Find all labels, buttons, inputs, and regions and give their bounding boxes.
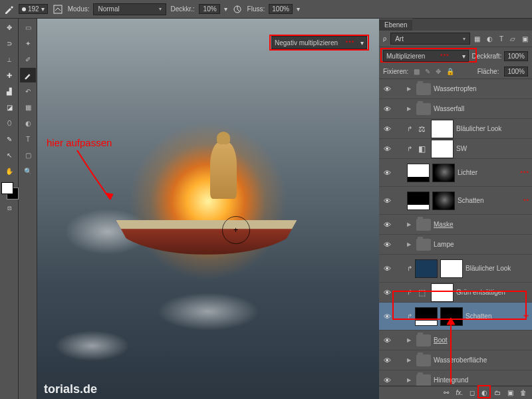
heal-tool[interactable]: ✚	[1, 68, 17, 82]
new-group-icon[interactable]: 🗀	[494, 389, 501, 396]
visibility-toggle[interactable]: 👁	[382, 169, 392, 177]
foreground-color[interactable]	[1, 182, 13, 194]
brush-size-picker[interactable]: 192 ▾	[19, 4, 48, 14]
pen-tool[interactable]: ✎	[1, 132, 17, 146]
layer-mask-thumb[interactable]	[432, 164, 455, 182]
layer-mask-thumb[interactable]	[440, 259, 463, 278]
layer-row[interactable]: 👁▶Wasserfall	[379, 99, 532, 119]
eyedropper-tool[interactable]: ✐	[20, 52, 36, 66]
visibility-toggle[interactable]: 👁	[382, 376, 392, 384]
visibility-toggle[interactable]: 👁	[382, 197, 392, 205]
layer-name[interactable]: SW	[456, 145, 529, 152]
move-tool[interactable]: ✥	[1, 20, 17, 35]
layer-name[interactable]: Bläulicher Look	[466, 265, 529, 272]
layer-name[interactable]: Wassertropfen	[434, 85, 529, 92]
quickmask-toggle[interactable]: ⊡	[1, 201, 17, 215]
hand-tool[interactable]: ✋	[1, 164, 17, 178]
visibility-toggle[interactable]: 👁	[382, 145, 392, 153]
filter-smart-icon[interactable]: ▣	[522, 35, 528, 43]
link-layers-icon[interactable]: ⚯	[444, 389, 449, 396]
eraser-tool[interactable]: ◪	[1, 100, 17, 114]
chevron-down-icon[interactable]: ▾	[224, 5, 227, 13]
layer-name[interactable]: Lampe	[434, 241, 529, 248]
chevron-down-icon[interactable]: ▾	[297, 5, 300, 13]
opacity-value[interactable]: 10%	[199, 4, 220, 14]
lock-transparency-icon[interactable]: ▩	[414, 68, 420, 75]
layer-blend-dropdown[interactable]: Multiplizieren *** ▾	[383, 50, 469, 62]
brush-panel-icon[interactable]	[52, 3, 64, 15]
layer-row[interactable]: 👁▶Wassertropfen	[379, 79, 532, 99]
visibility-toggle[interactable]: 👁	[382, 313, 392, 321]
visibility-toggle[interactable]: 👁	[382, 336, 392, 344]
lock-all-icon[interactable]: 🔒	[446, 68, 454, 75]
layer-row[interactable]: 👁↳Bläulicher Look	[379, 255, 532, 283]
fold-icon[interactable]: ▶	[407, 377, 414, 383]
visibility-toggle[interactable]: 👁	[382, 105, 392, 113]
layer-row[interactable]: 👁Schatten**	[379, 187, 532, 215]
brush-tool[interactable]	[20, 68, 36, 82]
layer-opacity-value[interactable]: 100%	[504, 51, 528, 61]
pressure-opacity-icon[interactable]	[231, 3, 243, 15]
crop-tool[interactable]: ⟂	[1, 52, 17, 66]
fold-icon[interactable]: ▶	[407, 221, 414, 227]
layer-name[interactable]: Maske	[434, 221, 529, 228]
gradient-tool[interactable]: ▦	[20, 100, 36, 114]
layer-thumb[interactable]	[407, 192, 430, 210]
fold-icon[interactable]: ▶	[407, 86, 414, 92]
fold-icon[interactable]: ▶	[407, 106, 414, 112]
delete-layer-icon[interactable]: 🗑	[520, 389, 527, 396]
document-canvas[interactable]: hier aufpassen Negativ multiplizieren **…	[37, 19, 379, 399]
color-swatches[interactable]	[1, 182, 19, 200]
layer-name[interactable]: Bläulicher Look	[456, 125, 529, 132]
fold-icon[interactable]: ▶	[407, 357, 414, 363]
fold-icon[interactable]: ▶	[407, 337, 414, 343]
stamp-tool[interactable]: ▟	[1, 84, 17, 98]
layer-filter-dropdown[interactable]: Art ▾	[390, 33, 470, 45]
marquee-tool[interactable]: ▭	[20, 20, 36, 35]
visibility-toggle[interactable]: 👁	[382, 356, 392, 364]
layer-name[interactable]: Wasserfall	[434, 105, 529, 112]
visibility-toggle[interactable]: 👁	[382, 125, 392, 133]
lock-position-icon[interactable]: ✥	[436, 68, 441, 75]
layer-name[interactable]: Lichter	[458, 169, 515, 176]
wand-tool[interactable]: ✦	[20, 36, 36, 51]
blend-mode-dropdown[interactable]: Normal ▾	[93, 3, 166, 15]
dodge-tool[interactable]: ◐	[20, 116, 36, 130]
filter-pixel-icon[interactable]: ▦	[474, 35, 480, 43]
mask-icon[interactable]: ◻	[469, 389, 475, 396]
filter-type-icon[interactable]: T	[499, 35, 503, 43]
layer-thumb[interactable]	[415, 259, 438, 278]
layer-mask-thumb[interactable]	[431, 140, 454, 158]
fold-icon[interactable]: ▶	[407, 241, 414, 247]
layer-row[interactable]: 👁↳⚖Bläulicher Look	[379, 119, 532, 139]
blur-tool[interactable]: ⬯	[1, 116, 17, 130]
zoom-tool[interactable]: 🔍	[20, 164, 36, 178]
lock-pixels-icon[interactable]: ✎	[425, 68, 430, 75]
visibility-toggle[interactable]: 👁	[382, 289, 392, 297]
layer-row[interactable]: 👁Lichter***	[379, 159, 532, 187]
visibility-toggle[interactable]: 👁	[382, 221, 392, 229]
layer-row[interactable]: 👁▶Lampe	[379, 235, 532, 255]
visibility-toggle[interactable]: 👁	[382, 85, 392, 93]
history-brush-tool[interactable]: ↶	[20, 84, 36, 98]
layer-name[interactable]: Schatten	[458, 197, 519, 204]
layer-row[interactable]: 👁▶Maske	[379, 215, 532, 235]
fx-icon[interactable]: fx.	[456, 389, 463, 396]
flow-value[interactable]: 100%	[269, 4, 293, 14]
layer-mask-thumb[interactable]	[431, 120, 454, 138]
canvas-blend-dropdown[interactable]: Negativ multiplizieren *** ▾	[271, 36, 367, 49]
layer-fill-value[interactable]: 100%	[504, 66, 528, 76]
path-tool[interactable]: ↖	[1, 148, 17, 162]
filter-adjust-icon[interactable]: ◐	[487, 35, 493, 43]
type-tool[interactable]: T	[20, 132, 36, 146]
panel-tab-layers[interactable]: Ebenen	[379, 19, 412, 31]
filter-shape-icon[interactable]: ▱	[510, 35, 515, 43]
new-layer-icon[interactable]: ▣	[507, 389, 513, 396]
layer-thumb[interactable]	[407, 164, 430, 182]
lasso-tool[interactable]: ⊃	[1, 36, 17, 51]
layer-row[interactable]: 👁↳◧SW	[379, 139, 532, 159]
layer-mask-thumb[interactable]	[432, 192, 455, 210]
shape-tool[interactable]: ▢	[20, 148, 36, 162]
visibility-toggle[interactable]: 👁	[382, 265, 392, 273]
visibility-toggle[interactable]: 👁	[382, 241, 392, 249]
